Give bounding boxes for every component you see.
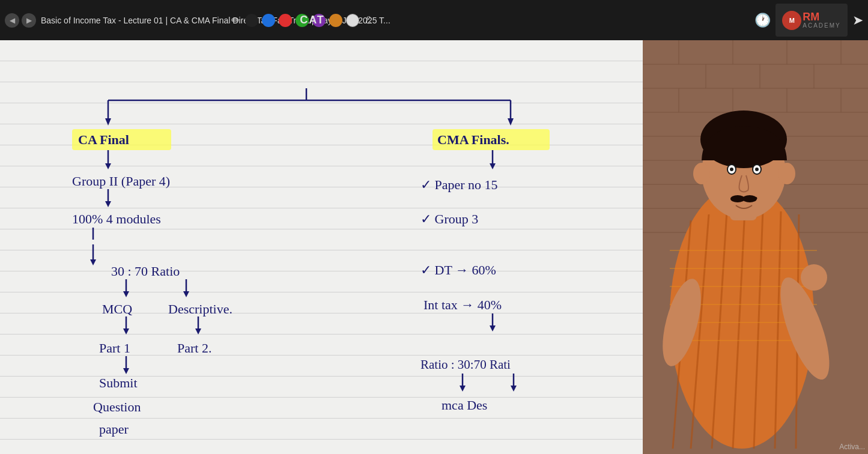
svg-point-77 — [730, 168, 733, 171]
logo-circle: M — [782, 11, 801, 30]
clock-icon: 🕐 — [754, 13, 771, 28]
main-content: CA Final CMA Finals. Group II (Paper 4) … — [0, 40, 868, 454]
paper-text: paper — [99, 422, 129, 437]
instructor-panel: Activa... — [643, 40, 868, 454]
ratio-right-text: Ratio : 30:70 Rati — [420, 357, 511, 372]
whiteboard-svg: CA Final CMA Finals. Group II (Paper 4) … — [0, 40, 643, 454]
svg-marker-26 — [490, 163, 496, 169]
submit-text: Submit — [99, 375, 138, 390]
svg-marker-16 — [123, 291, 129, 297]
svg-marker-28 — [490, 325, 496, 331]
group3-text: ✓ Group 3 — [420, 211, 478, 226]
whiteboard: CA Final CMA Finals. Group II (Paper 4) … — [0, 40, 643, 454]
svg-point-68 — [801, 264, 827, 291]
logo-academy-text: ACADEMY — [803, 22, 840, 29]
svg-marker-11 — [105, 201, 111, 207]
academy-logo: M RM ACADEMY — [775, 4, 848, 37]
svg-marker-22 — [195, 328, 201, 334]
mca-des-text: mca Des — [442, 398, 487, 413]
svg-marker-18 — [183, 291, 189, 297]
titlebar: ◀ ▶ Basic of Income Tax - Lecture 01 | C… — [0, 0, 868, 40]
svg-marker-14 — [90, 259, 96, 265]
share-button[interactable]: ➤ — [852, 13, 863, 28]
inttax-text: Int tax → 40% — [423, 297, 502, 312]
paper-no-text: ✓ Paper no 15 — [420, 177, 498, 192]
svg-marker-20 — [123, 328, 129, 334]
svg-point-82 — [778, 163, 795, 184]
logo-text-right: RM ACADEMY — [803, 11, 840, 29]
cat-label: CAT — [297, 0, 327, 40]
nav-buttons: ◀ ▶ — [5, 13, 36, 28]
svg-marker-9 — [105, 163, 111, 169]
color-orange[interactable] — [329, 14, 342, 27]
tool-percent-label[interactable]: ℰ — [365, 14, 371, 26]
app: ◀ ▶ Basic of Income Tax - Lecture 01 | C… — [0, 0, 868, 454]
svg-marker-3 — [105, 118, 111, 126]
ca-final-label: CA Final — [78, 132, 129, 147]
descriptive-text: Descriptive. — [168, 301, 232, 316]
svg-point-80 — [742, 195, 757, 202]
ratio-text: 30 : 70 Ratio — [111, 264, 180, 279]
forward-button[interactable]: ▶ — [22, 13, 36, 28]
instructor-svg — [643, 40, 868, 454]
pencil-icon[interactable]: ✏ — [228, 14, 241, 27]
svg-marker-32 — [511, 386, 517, 392]
back-button[interactable]: ◀ — [5, 13, 19, 28]
mcq-text: MCQ — [102, 301, 132, 316]
svg-point-78 — [755, 168, 759, 171]
logo-top-row: M RM ACADEMY — [782, 11, 840, 30]
part2-text: Part 2. — [177, 340, 211, 356]
question-text: Question — [93, 399, 141, 414]
watermark-text: Activa... — [839, 443, 865, 451]
svg-marker-5 — [508, 118, 514, 126]
svg-point-81 — [693, 163, 710, 184]
color-white[interactable] — [346, 14, 359, 27]
color-blue[interactable] — [262, 14, 275, 27]
color-black[interactable] — [245, 14, 258, 27]
cma-finals-label: CMA Finals. — [437, 132, 509, 147]
page-title: Basic of Income Tax - Lecture 01 | CA & … — [41, 16, 754, 25]
color-red[interactable] — [279, 14, 292, 27]
svg-marker-24 — [123, 368, 129, 374]
logo-rm: RM — [803, 11, 840, 22]
instructor-bg: Activa... — [643, 40, 868, 454]
modules-text: 100% 4 modules — [72, 211, 161, 226]
part1-text: Part 1 — [99, 340, 130, 356]
dt-text: ✓ DT → 60% — [420, 262, 496, 277]
svg-marker-30 — [460, 386, 466, 392]
group-ii-text: Group II (Paper 4) — [72, 174, 170, 189]
logo-area: 🕐 M RM ACADEMY ➤ — [754, 4, 863, 37]
